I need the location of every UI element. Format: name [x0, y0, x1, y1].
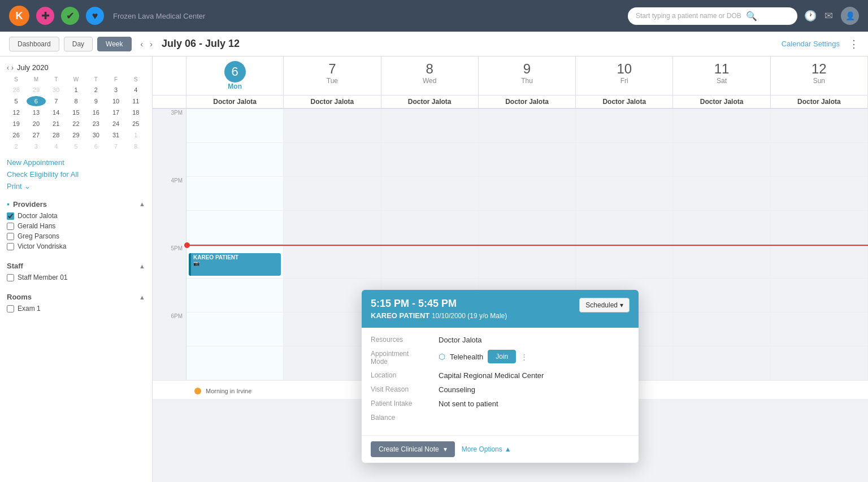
- cell-tue-430pm[interactable]: [284, 211, 381, 245]
- mini-cal-day[interactable]: 4: [127, 85, 145, 95]
- mini-cal-day[interactable]: 9: [86, 96, 105, 106]
- cell-fri-5pm[interactable]: [576, 245, 673, 279]
- cell-mon-630pm[interactable]: [186, 346, 284, 380]
- mini-cal-day[interactable]: 23: [86, 119, 105, 129]
- mini-cal-day[interactable]: 25: [127, 119, 145, 129]
- cell-wed-330pm[interactable]: [381, 143, 479, 177]
- day-header-wed[interactable]: 8 Wed: [381, 57, 479, 95]
- print-link[interactable]: Print ⌄: [7, 182, 145, 190]
- prev-week-arrow[interactable]: ‹: [138, 40, 146, 49]
- nav-icon-check[interactable]: ✔: [61, 7, 79, 25]
- mini-cal-day[interactable]: 20: [27, 119, 45, 129]
- cell-tue-3pm[interactable]: [284, 109, 381, 143]
- day-header-sun[interactable]: 12 Sun: [771, 57, 868, 95]
- cell-fri-430pm[interactable]: [576, 211, 673, 245]
- calendar-settings-link[interactable]: Calendar Settings: [782, 40, 840, 48]
- mini-cal-day[interactable]: 12: [7, 107, 25, 118]
- providers-section-header[interactable]: ▪ Providers ▲: [7, 199, 145, 209]
- cell-sat-3pm[interactable]: [673, 109, 770, 143]
- mini-cal-day[interactable]: 17: [106, 107, 125, 118]
- patient-search[interactable]: Start typing a patient name or DOB 🔍: [628, 7, 797, 25]
- dashboard-tab[interactable]: Dashboard: [9, 37, 59, 51]
- cell-sun-430pm[interactable]: [771, 211, 868, 245]
- more-options-button[interactable]: More Options ▲: [462, 445, 511, 453]
- mini-cal-day[interactable]: 10: [106, 96, 125, 106]
- cell-wed-4pm[interactable]: [381, 177, 479, 211]
- mini-cal-day[interactable]: 30: [47, 85, 66, 95]
- cell-mon-330pm[interactable]: [186, 143, 284, 177]
- cell-thu-330pm[interactable]: [479, 143, 576, 177]
- mini-cal-day[interactable]: 1: [67, 85, 85, 95]
- mini-cal-day[interactable]: 29: [67, 130, 85, 140]
- cell-sun-6pm[interactable]: [771, 312, 868, 346]
- mini-cal-day[interactable]: 1: [127, 130, 145, 140]
- mini-cal-day[interactable]: 24: [106, 119, 125, 129]
- cell-thu-5pm[interactable]: [479, 245, 576, 279]
- mini-cal-day[interactable]: 8: [67, 96, 85, 106]
- cell-tue-5pm[interactable]: [284, 245, 381, 279]
- search-icon[interactable]: 🔍: [746, 11, 757, 21]
- join-button[interactable]: Join: [488, 350, 516, 363]
- mini-cal-day[interactable]: 30: [86, 130, 105, 140]
- mini-cal-day[interactable]: 7: [106, 141, 125, 151]
- week-tab[interactable]: Week: [97, 37, 131, 51]
- next-week-arrow[interactable]: ›: [147, 40, 155, 49]
- new-appointment-link[interactable]: New Appointment: [7, 158, 145, 167]
- mini-cal-day[interactable]: 22: [67, 119, 85, 129]
- staff-checkbox-01[interactable]: [7, 274, 14, 281]
- provider-checkbox-parsons[interactable]: [7, 233, 14, 240]
- mini-cal-day[interactable]: 3: [27, 141, 45, 151]
- mini-cal-day[interactable]: 11: [127, 96, 145, 106]
- mini-cal-day[interactable]: 5: [7, 96, 25, 106]
- create-clinical-note-button[interactable]: Create Clinical Note ▾: [371, 441, 455, 457]
- cell-sat-530pm[interactable]: [673, 279, 770, 312]
- mini-cal-day[interactable]: 7: [47, 96, 66, 106]
- cell-sat-6pm[interactable]: [673, 312, 770, 346]
- nav-icon-heart[interactable]: ♥: [86, 7, 104, 25]
- provider-checkbox-vondriska[interactable]: [7, 243, 14, 250]
- mini-cal-day[interactable]: 28: [47, 130, 66, 140]
- cell-thu-430pm[interactable]: [479, 211, 576, 245]
- cell-sun-330pm[interactable]: [771, 143, 868, 177]
- cell-mon-5pm[interactable]: KAREO PATIENT 📷: [186, 245, 284, 279]
- mini-cal-day[interactable]: 26: [7, 130, 25, 140]
- mini-cal-day[interactable]: 16: [86, 107, 105, 118]
- mini-cal-day[interactable]: 2: [86, 85, 105, 95]
- cell-mon-430pm[interactable]: [186, 211, 284, 245]
- mini-cal-day[interactable]: 2: [7, 141, 25, 151]
- room-checkbox-exam1[interactable]: [7, 305, 14, 312]
- day-tab[interactable]: Day: [64, 37, 93, 51]
- mode-more-icon[interactable]: ⋮: [520, 353, 528, 361]
- cell-tue-4pm[interactable]: [284, 177, 381, 211]
- cell-mon-3pm[interactable]: [186, 109, 284, 143]
- day-header-thu[interactable]: 9 Thu: [479, 57, 576, 95]
- cell-wed-430pm[interactable]: [381, 211, 479, 245]
- mini-cal-prev[interactable]: ‹: [7, 64, 9, 72]
- cell-sun-3pm[interactable]: [771, 109, 868, 143]
- appointment-event[interactable]: KAREO PATIENT 📷: [189, 253, 281, 276]
- cell-fri-330pm[interactable]: [576, 143, 673, 177]
- cell-fri-4pm[interactable]: [576, 177, 673, 211]
- cell-sat-630pm[interactable]: [673, 346, 770, 380]
- cell-sat-330pm[interactable]: [673, 143, 770, 177]
- mini-cal-day[interactable]: 14: [47, 107, 66, 118]
- mini-cal-day[interactable]: 4: [47, 141, 66, 151]
- cell-wed-3pm[interactable]: [381, 109, 479, 143]
- mini-cal-day[interactable]: 3: [106, 85, 125, 95]
- app-logo[interactable]: K: [9, 6, 29, 26]
- mini-cal-day[interactable]: 19: [7, 119, 25, 129]
- cell-sun-630pm[interactable]: [771, 346, 868, 380]
- day-header-fri[interactable]: 10 Fri: [576, 57, 673, 95]
- mini-cal-next[interactable]: ›: [11, 64, 14, 72]
- mini-cal-day[interactable]: 28: [7, 85, 25, 95]
- mini-cal-day[interactable]: 29: [27, 85, 45, 95]
- mini-cal-day[interactable]: 8: [127, 141, 145, 151]
- day-header-tue[interactable]: 7 Tue: [284, 57, 381, 95]
- mini-cal-day[interactable]: 27: [27, 130, 45, 140]
- mini-cal-day[interactable]: 6: [86, 141, 105, 151]
- cell-sun-4pm[interactable]: [771, 177, 868, 211]
- user-avatar[interactable]: 👤: [841, 7, 859, 25]
- cell-tue-330pm[interactable]: [284, 143, 381, 177]
- cell-sun-5pm[interactable]: [771, 245, 868, 279]
- mail-icon[interactable]: ✉: [824, 10, 833, 22]
